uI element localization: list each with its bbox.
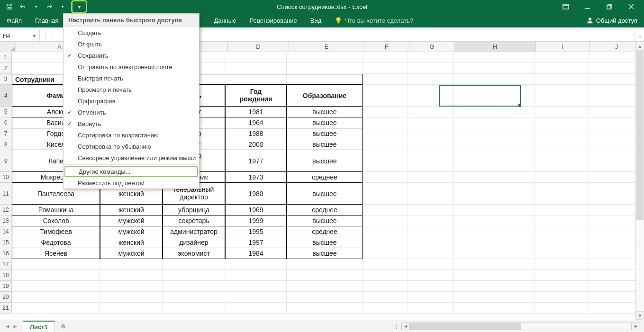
cell[interactable] <box>408 248 454 259</box>
scroll-down-icon[interactable]: ▼ <box>636 311 644 320</box>
cell[interactable] <box>408 292 454 303</box>
row-header[interactable]: 16 <box>0 248 11 259</box>
cell[interactable]: секретарь <box>163 215 225 226</box>
cell[interactable] <box>454 292 535 303</box>
qat-menu-item[interactable]: Сортировка по убыванию <box>63 141 199 152</box>
ribbon-display-icon[interactable] <box>555 0 577 13</box>
cell[interactable] <box>454 117 535 128</box>
vertical-scrollbar[interactable]: ▲ ▼ <box>635 42 644 320</box>
next-sheet-icon[interactable]: ► <box>12 323 18 330</box>
cell[interactable] <box>454 226 535 237</box>
cell[interactable] <box>535 248 589 259</box>
cell[interactable] <box>408 85 454 107</box>
cell[interactable] <box>12 292 100 303</box>
cell[interactable]: женский <box>100 237 163 248</box>
row-header[interactable]: 17 <box>0 259 11 270</box>
tell-me[interactable]: 💡 Что вы хотите сделать? <box>328 13 420 27</box>
vscroll-track[interactable] <box>636 50 644 311</box>
cell[interactable] <box>535 139 589 150</box>
row-header[interactable]: 9 <box>0 150 11 172</box>
cell[interactable]: 1984 <box>225 248 287 259</box>
cell[interactable] <box>408 139 454 150</box>
cell[interactable]: 1999 <box>225 215 287 226</box>
cell[interactable]: Образование <box>287 85 363 107</box>
cell[interactable]: высшее <box>287 128 363 139</box>
row-header[interactable]: 21 <box>0 303 11 314</box>
cell[interactable] <box>100 292 163 303</box>
cell[interactable] <box>287 292 363 303</box>
qat-menu-item[interactable]: Быстрая печать <box>63 72 199 84</box>
qat-menu-item[interactable]: Отправить по электронной почте <box>63 61 199 72</box>
expand-formula-bar-icon[interactable]: ⌄ <box>635 30 644 41</box>
close-button[interactable] <box>620 0 642 13</box>
tab-review[interactable]: Рецензирование <box>243 13 303 27</box>
cell[interactable] <box>287 52 363 63</box>
cell[interactable]: администратор <box>163 226 225 237</box>
cell[interactable] <box>454 259 535 270</box>
cell[interactable] <box>454 74 535 85</box>
sheet-tab-active[interactable]: Лист1 <box>23 321 55 332</box>
cell[interactable]: уборщица <box>163 205 225 215</box>
share-button[interactable]: Общий доступ <box>587 13 644 27</box>
cell[interactable]: 1969 <box>225 205 287 215</box>
cell[interactable] <box>454 150 535 172</box>
cell[interactable] <box>454 85 535 107</box>
cell[interactable] <box>408 172 454 183</box>
row-header[interactable]: 19 <box>0 281 11 292</box>
tab-file[interactable]: Файл <box>0 13 28 27</box>
qat-menu-item[interactable]: ✓Вернуть <box>63 118 199 129</box>
cell[interactable]: 1980 <box>225 183 287 205</box>
scroll-up-icon[interactable]: ▲ <box>636 42 644 50</box>
cell[interactable] <box>535 259 589 270</box>
cell[interactable] <box>225 63 287 74</box>
cell[interactable] <box>408 150 454 172</box>
prev-sheet-icon[interactable]: ◄ <box>5 323 10 330</box>
row-header[interactable]: 12 <box>0 205 11 215</box>
scroll-right-icon[interactable]: ► <box>632 323 640 330</box>
row-header[interactable]: 3 <box>0 74 11 85</box>
cell[interactable]: высшее <box>287 117 363 128</box>
cell[interactable]: среднее <box>287 226 363 237</box>
cell[interactable] <box>454 270 535 281</box>
cell[interactable] <box>408 226 454 237</box>
cell[interactable] <box>163 292 225 303</box>
cell[interactable] <box>535 52 589 63</box>
cell[interactable]: 1977 <box>225 150 287 172</box>
cell[interactable] <box>408 237 454 248</box>
cell[interactable]: 1997 <box>225 237 287 248</box>
cell[interactable]: Годрождения <box>225 85 287 107</box>
cell[interactable] <box>535 270 589 281</box>
undo-dropdown-icon[interactable]: ▾ <box>30 1 42 12</box>
cell[interactable] <box>535 281 589 292</box>
cell[interactable] <box>408 63 454 74</box>
cell[interactable] <box>363 215 408 226</box>
cell[interactable] <box>408 52 454 63</box>
vscroll-thumb[interactable] <box>636 50 644 220</box>
cell[interactable]: высшее <box>287 215 363 226</box>
cell[interactable] <box>363 205 408 215</box>
cell[interactable] <box>454 205 535 215</box>
cell[interactable]: 2000 <box>225 139 287 150</box>
cell[interactable] <box>225 292 287 303</box>
qat-menu-item[interactable]: Орфография <box>63 95 199 107</box>
cell[interactable] <box>363 281 408 292</box>
row-header[interactable]: 2 <box>0 63 11 74</box>
cell[interactable] <box>363 117 408 128</box>
cell[interactable]: Тимофеев <box>12 226 100 237</box>
row-header[interactable]: 7 <box>0 128 11 139</box>
cell[interactable] <box>363 259 408 270</box>
cell[interactable] <box>454 237 535 248</box>
cell[interactable] <box>535 150 589 172</box>
cell[interactable] <box>363 292 408 303</box>
cell[interactable] <box>535 128 589 139</box>
cell[interactable]: 1973 <box>225 172 287 183</box>
cell[interactable]: среднее <box>287 172 363 183</box>
cell[interactable] <box>363 63 408 74</box>
cell[interactable] <box>535 237 589 248</box>
cell[interactable]: Соколов <box>12 215 100 226</box>
cell[interactable] <box>535 215 589 226</box>
cell[interactable] <box>287 270 363 281</box>
cell[interactable] <box>225 74 287 85</box>
cell[interactable] <box>363 85 408 107</box>
save-icon[interactable] <box>4 1 15 12</box>
